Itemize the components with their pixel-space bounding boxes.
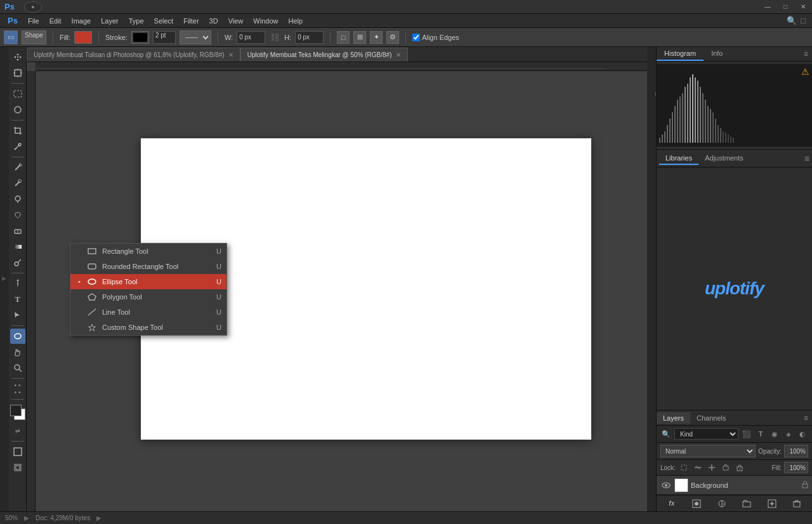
- tab-2-close[interactable]: ✕: [396, 51, 401, 58]
- tab-libraries[interactable]: Libraries: [659, 152, 698, 165]
- menu-layer[interactable]: Layer: [96, 16, 124, 26]
- fill-color-swatch[interactable]: [74, 31, 92, 44]
- ctx-ellipse-tool[interactable]: ● Ellipse Tool U: [70, 274, 226, 289]
- stroke-color-swatch[interactable]: [131, 31, 149, 44]
- ctx-custom-shape-tool[interactable]: Custom Shape Tool U: [70, 320, 226, 335]
- ctx-polygon-tool[interactable]: Polygon Tool U: [70, 289, 226, 305]
- menu-file[interactable]: File: [23, 16, 44, 26]
- filter-shape-icon[interactable]: ◉: [769, 428, 780, 440]
- workspace-icon[interactable]: □: [801, 16, 806, 25]
- canvas-workspace[interactable]: Rectangle Tool U Rounded Rectangle Tool …: [27, 62, 647, 511]
- healing-brush-tool[interactable]: [10, 160, 25, 175]
- status-info-arrow[interactable]: ▶: [96, 514, 102, 521]
- menu-view[interactable]: View: [223, 16, 249, 26]
- history-brush-tool[interactable]: [10, 207, 25, 223]
- layers-options-icon[interactable]: ≡: [804, 414, 808, 422]
- path-operations-icon[interactable]: □: [337, 31, 350, 44]
- libraries-options-icon[interactable]: ≡: [804, 154, 809, 164]
- menu-help[interactable]: Help: [283, 16, 308, 26]
- opacity-input[interactable]: 100%: [784, 445, 808, 457]
- menu-edit[interactable]: Edit: [44, 16, 67, 26]
- crop-tool[interactable]: [10, 123, 25, 138]
- layer-mask-button[interactable]: [690, 497, 703, 510]
- stroke-width-input[interactable]: 2 pt: [153, 31, 176, 44]
- artboard-tool[interactable]: [10, 65, 25, 81]
- lock-artboard-icon[interactable]: [720, 462, 731, 473]
- ctx-line-tool[interactable]: Line Tool U: [70, 305, 226, 320]
- menu-ps[interactable]: Ps: [3, 15, 23, 27]
- filter-type-icon[interactable]: T: [755, 428, 766, 440]
- menu-type[interactable]: Type: [124, 16, 149, 26]
- filter-pixel-icon[interactable]: ⬛: [741, 428, 752, 440]
- fill-input[interactable]: [784, 462, 808, 473]
- shape-type-dropdown[interactable]: Shape: [22, 30, 46, 44]
- artboard-mode[interactable]: [10, 460, 25, 475]
- menu-3d[interactable]: 3D: [204, 16, 223, 26]
- menu-window[interactable]: Window: [248, 16, 283, 26]
- swap-colors-icon[interactable]: ⇄: [10, 423, 25, 438]
- brush-tool[interactable]: [10, 176, 25, 191]
- move-tool[interactable]: [10, 49, 25, 65]
- filter-search-icon[interactable]: 🔍: [660, 428, 672, 440]
- lasso-tool[interactable]: [10, 102, 25, 117]
- blend-mode-select[interactable]: Normal: [660, 445, 756, 457]
- lock-image-icon[interactable]: [692, 462, 704, 473]
- rectangular-marquee-tool[interactable]: [10, 86, 25, 102]
- menu-image[interactable]: Image: [67, 16, 96, 26]
- eraser-tool[interactable]: [10, 223, 25, 239]
- width-input[interactable]: [237, 31, 265, 44]
- tab-1-close[interactable]: ✕: [228, 51, 233, 58]
- layer-delete-button[interactable]: [790, 497, 803, 510]
- gradient-tool[interactable]: [10, 239, 25, 254]
- tab-layers[interactable]: Layers: [657, 412, 690, 424]
- layer-new-button[interactable]: [766, 497, 778, 510]
- menu-filter[interactable]: Filter: [178, 16, 204, 26]
- maximize-button[interactable]: □: [776, 0, 794, 14]
- tab-histogram[interactable]: Histogram: [657, 47, 704, 61]
- stroke-type-dropdown[interactable]: ——: [180, 30, 211, 44]
- minimize-button[interactable]: —: [759, 0, 776, 14]
- tab-adjustments[interactable]: Adjustments: [698, 152, 750, 165]
- eyedropper-tool[interactable]: [10, 139, 25, 154]
- link-dimensions-icon[interactable]: ⛓: [270, 32, 279, 43]
- align-edges-checkbox[interactable]: Align Edges: [412, 34, 459, 41]
- layer-filter-type[interactable]: Kind: [674, 428, 738, 440]
- lock-transparent-icon[interactable]: [678, 462, 690, 473]
- tab-1[interactable]: Uplotify Membuat Tulisan di Photoshop @ …: [27, 48, 240, 62]
- path-arrangement-icon[interactable]: ✦: [370, 31, 383, 44]
- ctx-rectangle-tool[interactable]: Rectangle Tool U: [70, 244, 226, 259]
- lock-position-icon[interactable]: [706, 462, 717, 473]
- menu-select[interactable]: Select: [149, 16, 179, 26]
- layer-fx-button[interactable]: fx: [665, 497, 678, 510]
- lock-all-icon[interactable]: [734, 462, 745, 473]
- path-alignment-icon[interactable]: ⊞: [353, 31, 366, 44]
- height-input[interactable]: [295, 31, 324, 44]
- histogram-options-icon[interactable]: ≡: [804, 49, 812, 58]
- ctx-rounded-rectangle-tool[interactable]: Rounded Rectangle Tool U: [70, 259, 226, 274]
- search-icon[interactable]: 🔍: [787, 16, 797, 25]
- clone-stamp-tool[interactable]: [10, 192, 25, 207]
- screen-mode-button[interactable]: [10, 444, 25, 459]
- shape-mode-shape[interactable]: ▭: [4, 30, 18, 44]
- zoom-tool[interactable]: [10, 360, 25, 376]
- tab-channels[interactable]: Channels: [690, 412, 732, 424]
- type-tool[interactable]: T: [10, 292, 25, 307]
- tab-info[interactable]: Info: [704, 47, 730, 61]
- ellipse-tool-button[interactable]: [10, 329, 25, 344]
- path-selection-tool[interactable]: [10, 308, 25, 323]
- layer-background[interactable]: Background: [657, 476, 812, 495]
- layer-adjustment-button[interactable]: [716, 497, 728, 510]
- gear-icon[interactable]: ⚙: [386, 31, 399, 44]
- layer-visibility-icon[interactable]: [660, 481, 672, 490]
- filter-toggle[interactable]: ◐: [797, 428, 808, 440]
- foreground-background-colors[interactable]: [10, 405, 25, 420]
- status-expand-arrow[interactable]: ▶: [24, 514, 29, 521]
- tab-2[interactable]: Uplotify Membuat Teks Melingkar @ 50% (R…: [240, 48, 408, 62]
- foreground-color-swatch[interactable]: [10, 405, 22, 416]
- close-button[interactable]: ✕: [794, 0, 812, 14]
- extra-tools[interactable]: • •• •: [10, 381, 25, 396]
- hand-tool[interactable]: [10, 344, 25, 360]
- pen-tool[interactable]: [10, 276, 25, 291]
- layer-group-button[interactable]: [740, 497, 753, 510]
- dodge-tool[interactable]: [10, 255, 25, 270]
